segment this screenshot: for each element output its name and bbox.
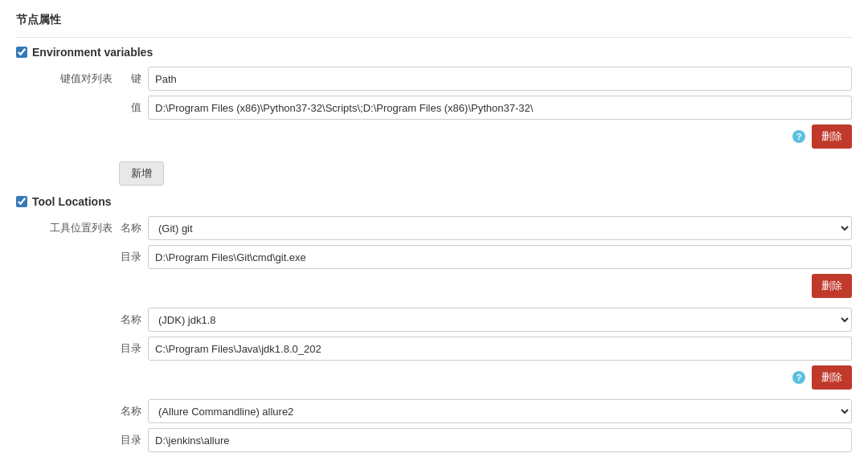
tool-delete-button-2[interactable]: 删除 — [812, 365, 852, 390]
tool-name-select-wrapper-1: (Git) git — [148, 216, 852, 240]
env-section-label: Environment variables — [32, 46, 153, 59]
tool-name-row-3: 名称 (Allure Commandline) allure2 — [119, 399, 852, 423]
tool-entry-2: 名称 (JDK) jdk1.8 目录 — [119, 308, 852, 396]
tool-dir-label-1: 目录 — [119, 250, 148, 264]
tool-name-select-2[interactable]: (JDK) jdk1.8 — [148, 308, 852, 332]
tool-help-icon-2[interactable]: ? — [792, 371, 805, 384]
env-value-input[interactable] — [148, 96, 852, 120]
value-label: 值 — [119, 100, 148, 115]
env-help-icon[interactable]: ? — [792, 130, 805, 143]
tool-name-select-1[interactable]: (Git) git — [148, 216, 852, 240]
tool-dir-label-2: 目录 — [119, 341, 148, 356]
tool-fields: 名称 (Git) git 目录 删除 — [119, 216, 852, 457]
tool-name-select-3[interactable]: (Allure Commandline) allure2 — [148, 399, 852, 423]
kv-fields: 键 值 ? 删除 — [119, 67, 852, 155]
tool-dir-input-wrapper-1 — [148, 245, 852, 269]
env-delete-row: ? 删除 — [119, 124, 852, 149]
tool-name-label-2: 名称 — [119, 312, 148, 327]
tool-locations-container: 工具位置列表 名称 (Git) git 目录 — [39, 216, 852, 457]
title-divider — [16, 37, 852, 38]
env-vars-container: 键值对列表 键 值 ? — [39, 67, 852, 186]
tool-dir-row-1: 目录 — [119, 245, 852, 269]
tool-dir-input-1[interactable] — [148, 245, 852, 269]
tool-section-label: Tool Locations — [32, 195, 112, 208]
env-add-button[interactable]: 新增 — [119, 161, 164, 186]
tool-list-group: 工具位置列表 名称 (Git) git 目录 — [39, 216, 852, 457]
tool-name-label-1: 名称 — [119, 221, 148, 235]
page-title: 节点属性 — [16, 13, 852, 27]
tool-section-header: Tool Locations — [16, 195, 852, 208]
tool-delete-row-2: ? 删除 — [119, 365, 852, 390]
tool-dir-input-wrapper-2 — [148, 337, 852, 361]
tool-name-select-wrapper-3: (Allure Commandline) allure2 — [148, 399, 852, 423]
tool-entry-3: 名称 (Allure Commandline) allure2 目录 — [119, 399, 852, 457]
tool-delete-row-1: 删除 — [119, 274, 852, 298]
tool-name-row-2: 名称 (JDK) jdk1.8 — [119, 308, 852, 332]
tool-dir-input-wrapper-3 — [148, 428, 852, 452]
tool-dir-input-2[interactable] — [148, 337, 852, 361]
key-input-wrapper — [148, 67, 852, 91]
env-kv-group: 键值对列表 键 值 ? — [39, 67, 852, 155]
tool-dir-row-2: 目录 — [119, 337, 852, 361]
tool-dir-label-3: 目录 — [119, 433, 148, 447]
page-title-text: 节点属性 — [16, 13, 61, 27]
value-input-wrapper — [148, 96, 852, 120]
value-row: 值 — [119, 96, 852, 120]
tool-name-select-wrapper-2: (JDK) jdk1.8 — [148, 308, 852, 332]
env-delete-button[interactable]: 删除 — [812, 124, 852, 149]
tool-dir-input-3[interactable] — [148, 428, 852, 452]
key-label: 键 — [119, 71, 148, 86]
kv-list-label: 键值对列表 — [39, 67, 119, 86]
add-button-row: 新增 — [119, 161, 852, 186]
tool-entry-1: 名称 (Git) git 目录 删除 — [119, 216, 852, 304]
tool-checkbox[interactable] — [16, 196, 27, 207]
tool-dir-row-3: 目录 — [119, 428, 852, 452]
env-section-header: Environment variables — [16, 46, 852, 59]
tool-delete-button-1[interactable]: 删除 — [812, 274, 852, 298]
tool-name-label-3: 名称 — [119, 404, 148, 418]
tool-name-row-1: 名称 (Git) git — [119, 216, 852, 240]
key-row: 键 — [119, 67, 852, 91]
tool-list-label: 工具位置列表 — [39, 216, 119, 235]
env-key-input[interactable] — [148, 67, 852, 91]
env-checkbox[interactable] — [16, 47, 27, 58]
